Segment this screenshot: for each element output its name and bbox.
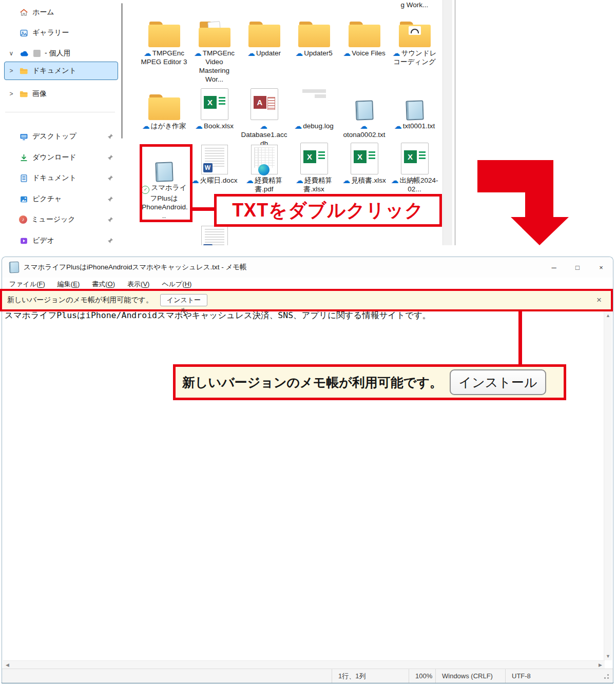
sidebar-item-desktop[interactable]: デスクトップ <box>4 128 118 145</box>
sidebar-item-label: 画像 <box>32 89 47 99</box>
pin-icon[interactable] <box>107 238 113 244</box>
file-item[interactable]: ☁TMPGEnc MPEG Editor 3 <box>140 18 188 66</box>
sidebar-item-documents[interactable]: >ドキュメント <box>4 62 118 80</box>
folder-with-document-icon <box>199 22 230 47</box>
scroll-left-icon[interactable]: ◀ <box>6 662 9 668</box>
resize-grip[interactable] <box>607 677 609 679</box>
onedrive-sync-icon: ☁ <box>247 49 255 57</box>
sidebar-item-label: ホーム <box>32 8 54 17</box>
callout-connector-line <box>518 310 522 366</box>
sidebar-item-home[interactable]: ホーム <box>4 4 118 21</box>
explorer-vertical-scrollbar[interactable] <box>442 0 452 245</box>
file-item[interactable]: ☁Voice Files <box>340 18 389 57</box>
sidebar-item-label: - 個人用 <box>45 49 71 58</box>
file-item[interactable]: ☁debug.log <box>290 87 338 130</box>
file-item[interactable]: X☁経費精算書.xlsx <box>290 146 338 193</box>
annotation-label: TXTをダブルクリック <box>214 194 442 227</box>
maximize-button[interactable]: □ <box>566 257 589 278</box>
sidebar-item-label: ビデオ <box>32 236 54 245</box>
pin-icon[interactable] <box>107 133 113 140</box>
sidebar-item-label: ギャラリー <box>32 28 69 37</box>
folder-icon <box>248 22 280 47</box>
vertical-scrollbar[interactable]: ▲ ▼ <box>604 311 612 660</box>
file-item[interactable]: X☁Book.xlsx <box>190 87 239 130</box>
file-item[interactable]: ☁Updater5 <box>290 18 338 57</box>
sidebar-item-videos[interactable]: ビデオ <box>4 232 118 245</box>
sidebar-item-label: ドキュメント <box>32 173 76 183</box>
file-item-label: ☁火曜日.docx <box>191 176 238 185</box>
encoding: UTF-8 <box>505 669 573 683</box>
sidebar-item-onedrive-personal[interactable]: ∨- 個人用 <box>4 45 118 62</box>
file-item[interactable]: A☁Database1.accdb <box>240 87 288 148</box>
sidebar-item-label: ピクチャ <box>32 194 62 204</box>
file-item-label: ☁txt0001.txt <box>394 122 435 130</box>
sidebar-item-images[interactable]: >画像 <box>4 86 118 102</box>
annotation-highlight-box <box>140 144 192 222</box>
home-icon <box>19 8 28 17</box>
file-item-label: ☁Database1.accdb <box>240 122 288 148</box>
update-notification-bar: 新しいバージョンのメモ帳が利用可能です。 インストール × <box>2 291 611 309</box>
status-bar: 1行、1列 100% Windows (CRLF) UTF-8 <box>2 669 613 683</box>
sidebar-item-documents[interactable]: ドキュメント <box>4 170 118 186</box>
file-item-label: ☁はがき作家 <box>142 122 186 130</box>
cursor-position: 1行、1列 <box>332 669 414 683</box>
close-button[interactable]: × <box>589 257 613 278</box>
notepad-app-icon <box>9 262 20 273</box>
onedrive-sync-icon: ☁ <box>194 49 202 57</box>
minimize-button[interactable]: ─ <box>542 257 566 278</box>
file-item-label: ☁TMPGEnc MPEG Editor 3 <box>140 49 188 66</box>
pin-icon[interactable] <box>107 217 113 223</box>
sidebar-item-label: ミュージック <box>31 215 75 224</box>
word-document-thumbnail: W <box>201 226 228 245</box>
video-icon <box>19 236 28 245</box>
file-item-label: ☁Updater5 <box>295 49 333 57</box>
onedrive-sync-icon: ☁ <box>391 176 398 185</box>
folder-icon <box>349 22 380 47</box>
file-item[interactable]: ☁otona0002.txt <box>340 87 389 139</box>
horizontal-scrollbar[interactable]: ◀ ▶ <box>3 660 605 669</box>
scroll-up-icon[interactable]: ▲ <box>604 313 612 318</box>
install-button[interactable]: インストール <box>160 294 207 306</box>
music-icon: ♪ <box>19 215 27 224</box>
file-item[interactable]: X☁見積書.xlsx <box>340 146 389 185</box>
sidebar-item-pictures[interactable]: ピクチャ <box>4 191 118 207</box>
chevron-right-icon[interactable]: > <box>8 67 15 74</box>
scroll-down-icon[interactable]: ▼ <box>604 654 612 659</box>
sidebar-item-gallery[interactable]: ギャラリー <box>4 25 118 41</box>
pin-icon[interactable] <box>107 154 113 161</box>
sidebar-item-music[interactable]: ♪ミュージック <box>4 211 118 228</box>
onedrive-sync-icon: ☁ <box>195 122 203 130</box>
file-item-label: ☁Book.xlsx <box>195 122 234 130</box>
excel-file-icon: X <box>351 143 378 174</box>
file-item[interactable]: ☁Updater <box>240 18 288 57</box>
folder-icon <box>19 89 28 99</box>
excel-file-icon: X <box>201 88 228 120</box>
file-item[interactable]: ☁サウンドレコーディング <box>390 18 439 66</box>
file-item[interactable]: ☁はがき作家 <box>140 87 188 130</box>
pictures-icon <box>19 194 28 204</box>
sidebar-item-label: ダウンロード <box>32 153 76 162</box>
notepad-titlebar[interactable]: スマホライフPlusはiPhoneAndroidスマホやキャッシュレス.txt … <box>2 257 613 278</box>
text-editor-content[interactable]: スマホライフPlusはiPhone/Androidスマホやキャッシュレス決済、S… <box>5 310 601 321</box>
file-item[interactable]: ☁txt0001.txt <box>390 87 439 130</box>
pdf-document-thumbnail <box>251 145 278 174</box>
file-item[interactable]: ☁経費精算書.pdf <box>240 146 288 193</box>
scroll-right-icon[interactable]: ▶ <box>599 662 602 668</box>
pin-icon[interactable] <box>107 175 113 181</box>
word-document-thumbnail: W <box>201 145 228 174</box>
gallery-icon <box>19 28 28 37</box>
file-item[interactable]: W☁火曜日.docx <box>190 146 239 185</box>
file-item[interactable]: X☁出納帳2024-02... <box>390 146 439 193</box>
chevron-right-icon[interactable]: > <box>8 90 15 97</box>
onedrive-sync-icon: ☁ <box>342 176 350 185</box>
sidebar-scrollbar-thumb[interactable] <box>121 3 123 139</box>
sidebar-item-downloads[interactable]: ダウンロード <box>4 149 118 166</box>
callout-install-button[interactable]: インストール <box>450 369 546 395</box>
pin-icon[interactable] <box>107 196 113 202</box>
update-notification-annotation-box: 新しいバージョンのメモ帳が利用可能です。 インストール × <box>0 289 613 311</box>
onedrive-sync-icon: ☁ <box>260 122 267 130</box>
file-item[interactable]: W <box>190 227 239 245</box>
chevron-down-icon[interactable]: ∨ <box>8 50 15 57</box>
notification-close-icon[interactable]: × <box>596 295 602 305</box>
file-item[interactable]: ☁TMPGEnc Video Mastering Wor... <box>190 18 239 84</box>
